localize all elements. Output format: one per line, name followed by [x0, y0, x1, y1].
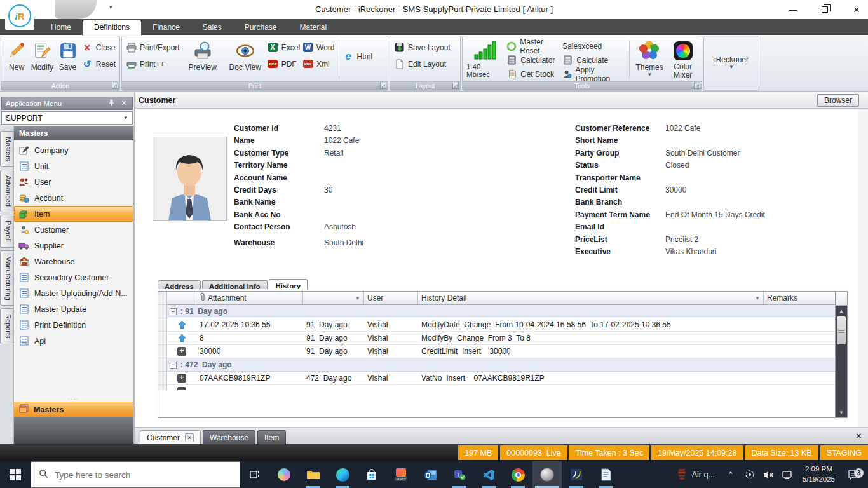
action-dialog-launcher[interactable]: ◿ [112, 83, 118, 89]
vtab-manufacturing[interactable]: Manufacturing [0, 250, 13, 306]
sidebar-item-account[interactable]: Account [14, 190, 133, 206]
search-input[interactable] [55, 470, 232, 480]
table-row-cell[interactable] [764, 318, 835, 332]
tab-finance[interactable]: Finance [141, 20, 191, 35]
header-remarks[interactable]: Remarks [764, 292, 835, 305]
sidebar-item-user[interactable]: User [14, 174, 133, 190]
tray-expand-icon[interactable]: ⌃ [722, 470, 739, 480]
network-icon[interactable] [780, 470, 796, 480]
sidebar-item-print-definition[interactable]: Print Definition [14, 317, 133, 333]
header-attachment[interactable]: Attachment [196, 292, 303, 305]
close-form-button[interactable]: ✕ Close [82, 41, 116, 53]
close-button[interactable]: ✕ [850, 3, 863, 16]
masters-bottom-button[interactable]: Masters [14, 402, 133, 417]
tab-close-icon[interactable]: ✕ [185, 433, 194, 442]
customer-photo[interactable] [153, 137, 227, 221]
vtab-reports[interactable]: Reports [0, 308, 13, 344]
sidebar-item-secondary-customer[interactable]: Secondary Customer [14, 269, 133, 285]
table-row-cell[interactable]: CreditLimit Insert 30000 [418, 345, 764, 358]
tab-additional-info[interactable]: Additional Info [202, 280, 267, 292]
action-center-button[interactable]: 3 [841, 470, 865, 480]
sidebar-item-item[interactable]: Item [14, 206, 133, 222]
table-row-cell[interactable] [764, 332, 835, 345]
color-mixer-button[interactable]: Color Mixer [668, 39, 698, 79]
minimize-button[interactable]: — [787, 3, 799, 16]
word-button[interactable]: W Word [302, 41, 334, 53]
tools-dialog-launcher[interactable]: ◿ [694, 83, 700, 89]
preview-button[interactable]: PreView [182, 39, 223, 72]
table-row-cell[interactable]: ModifyDate Change From 10-04-2024 16:58:… [418, 318, 764, 332]
panel-close-icon[interactable]: ✕ [119, 99, 128, 107]
xml-button[interactable]: XML Xml [302, 58, 334, 70]
layout-dialog-launcher[interactable]: ◿ [452, 83, 459, 89]
reset-button[interactable]: ↺ Reset [82, 58, 116, 70]
html-button[interactable]: e Html [343, 50, 373, 62]
filter-icon[interactable]: ▼ [355, 295, 360, 301]
tab-definitions[interactable]: Definitions [83, 20, 141, 35]
m365-icon[interactable]: M365 [386, 461, 416, 488]
browser-button[interactable]: Browser [817, 94, 859, 107]
scroll-down-icon[interactable]: ▼ [836, 407, 847, 417]
ireckoner-menu-button[interactable]: iReckoner ▼ [708, 39, 755, 69]
volume-muted-icon[interactable] [761, 470, 777, 480]
microsoft-store-icon[interactable] [357, 461, 386, 488]
sidebar-item-company[interactable]: Company [14, 142, 133, 158]
copilot-icon[interactable] [269, 461, 299, 488]
table-row-cell[interactable] [764, 372, 835, 385]
vtab-masters[interactable]: Masters [0, 131, 13, 167]
scrollbar-thumb[interactable] [837, 316, 846, 344]
excel-button[interactable]: X Excel [268, 41, 300, 53]
restore-button[interactable] [818, 3, 831, 16]
doc-tab-customer[interactable]: Customer ✕ [140, 430, 201, 444]
table-row-cell[interactable]: VatNo Insert 07AAKCB9819R1ZP [418, 372, 764, 385]
tab-sales[interactable]: Sales [191, 20, 233, 35]
weather-widget[interactable]: Air q... [672, 468, 720, 482]
table-row-cell[interactable]: ModifyBy Change From 3 To 8 [418, 332, 764, 345]
sidebar-item-customer[interactable]: Customer [14, 222, 133, 238]
taskbar-clock[interactable]: 2:09 PM 5/19/2025 [799, 464, 839, 484]
print-export-button[interactable]: Print/Export [126, 41, 180, 53]
taskbar-search[interactable] [31, 461, 240, 488]
doc-view-button[interactable]: Doc View [226, 39, 265, 72]
module-selector[interactable]: SUPPORT ▼ [1, 111, 133, 125]
table-row-cell[interactable]: Vishal [364, 318, 418, 332]
pdf-button[interactable]: PDF PDF [268, 58, 300, 70]
sidebar-item-master-update[interactable]: Master Update [14, 301, 133, 317]
print-plus-button[interactable]: Print++ [126, 58, 180, 70]
themes-button[interactable]: Themes ▼ [634, 39, 665, 77]
calculator-button[interactable]: Calculator [506, 54, 560, 66]
chrome-icon[interactable] [503, 461, 532, 488]
filter-icon[interactable]: ▼ [755, 295, 760, 301]
collapse-icon[interactable]: − [170, 362, 177, 369]
meet-now-icon[interactable] [742, 470, 758, 480]
table-row-cell[interactable]: 91 Day ago [303, 332, 364, 345]
notepad-icon[interactable] [591, 461, 620, 488]
sidebar-item-api[interactable]: Api [14, 333, 133, 349]
get-stock-button[interactable]: Get Stock [506, 68, 560, 80]
table-row-cell[interactable]: 91 Day ago [303, 318, 364, 332]
file-explorer-icon[interactable] [299, 461, 328, 488]
sidebar-item-supplier[interactable]: Supplier [14, 238, 133, 254]
modify-button[interactable]: Modify [31, 39, 53, 72]
save-button[interactable]: Save [56, 39, 79, 72]
master-reset-button[interactable]: Master Reset [506, 40, 560, 52]
header-user[interactable]: User [364, 292, 418, 305]
table-scrollbar[interactable]: ▲ ▼ [835, 292, 847, 417]
start-button[interactable] [0, 461, 31, 488]
header-history-detail[interactable]: History Detail▼ [418, 292, 764, 305]
table-row-cell[interactable]: 17-02-2025 10:36:55 [196, 318, 303, 332]
teams-icon[interactable]: T [445, 461, 474, 488]
print-dialog-launcher[interactable]: ◿ [380, 83, 386, 89]
new-button[interactable]: New [5, 39, 28, 72]
tab-address[interactable]: Address [158, 280, 201, 292]
table-row-cell[interactable]: 8 [196, 332, 303, 345]
table-row-cell[interactable]: Vishal [364, 345, 418, 358]
collapse-icon[interactable]: − [170, 308, 177, 315]
tab-history[interactable]: History [269, 279, 308, 292]
save-layout-button[interactable]: Save Layout [394, 41, 451, 53]
apply-promotion-button[interactable]: Apply Promotion [562, 68, 625, 80]
doc-tab-item[interactable]: Item [257, 430, 286, 444]
vscode-icon[interactable] [474, 461, 503, 488]
vtab-payroll[interactable]: Payroll [0, 215, 13, 248]
panel-splitter[interactable]: ···· [14, 396, 133, 402]
